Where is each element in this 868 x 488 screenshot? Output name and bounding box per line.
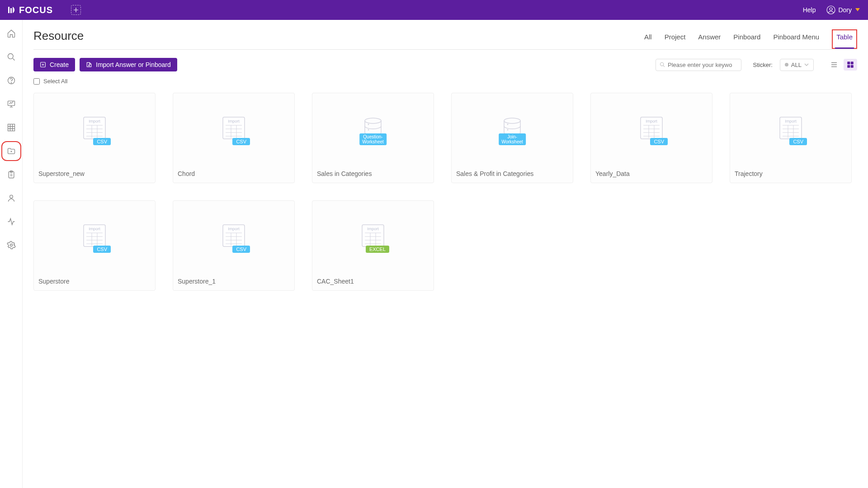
resource-thumbnail: Import CSV — [730, 93, 851, 165]
resource-name: Sales & Profit in Categories — [452, 165, 573, 183]
svg-point-38 — [504, 118, 520, 123]
sidebar-search-icon[interactable] — [6, 52, 17, 62]
resource-name: Trajectory — [730, 165, 851, 183]
page-head: Resource AllProjectAnswerPinboardPinboar… — [33, 29, 857, 50]
svg-rect-0 — [8, 7, 9, 13]
resource-card[interactable]: Import CSVSuperstore_1 — [173, 200, 295, 291]
top-header: FOCUS Help Dory — [0, 0, 868, 20]
list-view-button[interactable] — [827, 59, 841, 71]
sidebar-help-icon[interactable] — [6, 75, 17, 86]
sidebar-activity-icon[interactable] — [6, 216, 17, 227]
svg-text:Import: Import — [228, 119, 240, 123]
svg-text:Import: Import — [785, 119, 797, 123]
search-box[interactable] — [656, 59, 741, 71]
sidebar-home-icon[interactable] — [6, 28, 17, 39]
select-all-row: Select All — [33, 78, 857, 85]
tab-table[interactable]: Table — [832, 29, 857, 49]
create-button[interactable]: Create — [33, 58, 75, 71]
resource-card[interactable]: Join-WorksheetSales & Profit in Categori… — [451, 93, 573, 183]
resource-card[interactable]: Import CSVYearly_Data — [590, 93, 712, 183]
resource-thumbnail: Import CSV — [173, 93, 294, 165]
logo-icon — [7, 5, 16, 14]
svg-point-37 — [368, 129, 369, 131]
create-button-label: Create — [50, 61, 69, 68]
resource-thumbnail: Import EXCEL — [312, 201, 434, 272]
resource-card[interactable]: Import EXCELCAC_Sheet1 — [312, 200, 434, 291]
sticker-label: Sticker: — [753, 62, 773, 68]
select-all-label: Select All — [43, 78, 67, 85]
chevron-down-icon — [804, 62, 809, 67]
sticker-dot-icon — [785, 63, 788, 66]
tab-project[interactable]: Project — [665, 29, 686, 49]
svg-rect-8 — [8, 124, 14, 131]
sidebar-folder-icon[interactable] — [6, 146, 17, 156]
resource-card[interactable]: Import CSVSuperstore_new — [33, 93, 156, 183]
page-title: Resource — [33, 29, 84, 49]
sticker-select[interactable]: ALL — [780, 59, 814, 71]
user-name: Dory — [838, 6, 852, 14]
resource-card[interactable]: Import CSVTrajectory — [730, 93, 852, 183]
add-tab-button[interactable] — [71, 5, 81, 15]
resource-name: Sales in Categories — [312, 165, 434, 183]
svg-point-36 — [368, 124, 369, 125]
tab-pinboard[interactable]: Pinboard — [733, 29, 760, 49]
search-icon — [660, 62, 665, 68]
import-button-label: Import Answer or Pinboard — [96, 61, 171, 68]
resource-thumbnail: Import CSV — [173, 201, 294, 272]
search-input[interactable] — [668, 62, 737, 68]
sidebar-settings-icon[interactable] — [6, 240, 17, 251]
resource-name: Superstore_new — [34, 165, 155, 183]
svg-point-6 — [11, 83, 11, 83]
svg-text:Import: Import — [228, 227, 240, 231]
user-badge-icon — [854, 6, 861, 14]
svg-text:Import: Import — [89, 227, 100, 231]
resource-name: Chord — [173, 165, 294, 183]
resource-grid: Import CSVSuperstore_new Import CSVChord… — [33, 93, 857, 291]
tabs: AllProjectAnswerPinboardPinboard MenuTab… — [644, 29, 857, 49]
svg-rect-1 — [10, 8, 12, 13]
resource-thumbnail: Import CSV — [591, 93, 712, 165]
import-button[interactable]: Import Answer or Pinboard — [80, 58, 177, 71]
logo[interactable]: FOCUS — [7, 5, 53, 15]
sidebar-user-icon[interactable] — [6, 193, 17, 204]
select-all-checkbox[interactable] — [33, 78, 40, 85]
tab-answer[interactable]: Answer — [698, 29, 721, 49]
sidebar-presentation-icon[interactable] — [6, 99, 17, 109]
svg-rect-16 — [851, 62, 854, 64]
svg-text:Import: Import — [89, 119, 100, 123]
resource-thumbnail: Import CSV — [34, 93, 155, 165]
toolbar: Create Import Answer or Pinboard Sticker… — [33, 58, 857, 71]
svg-point-3 — [830, 8, 832, 10]
sidebar-grid-icon[interactable] — [6, 122, 17, 133]
grid-view-button[interactable] — [844, 59, 857, 71]
svg-point-40 — [507, 129, 509, 131]
svg-point-4 — [8, 54, 13, 59]
user-menu[interactable]: Dory — [826, 5, 861, 14]
resource-card[interactable]: Import CSVSuperstore — [33, 200, 156, 291]
main-content: Resource AllProjectAnswerPinboardPinboar… — [23, 20, 868, 488]
user-avatar-icon — [826, 5, 835, 14]
help-link[interactable]: Help — [803, 6, 816, 14]
svg-text:Import: Import — [367, 227, 379, 231]
tab-pinboard-menu[interactable]: Pinboard Menu — [773, 29, 819, 49]
resource-name: Superstore_1 — [173, 272, 294, 290]
resource-card[interactable]: Import CSVChord — [173, 93, 295, 183]
svg-point-11 — [9, 195, 13, 198]
svg-point-39 — [507, 124, 509, 125]
resource-card[interactable]: Question-WorksheetSales in Categories — [312, 93, 434, 183]
resource-name: CAC_Sheet1 — [312, 272, 434, 290]
sidebar-clipboard-icon[interactable] — [6, 169, 17, 180]
logo-text: FOCUS — [19, 5, 53, 15]
svg-point-35 — [365, 118, 381, 123]
svg-point-12 — [10, 244, 12, 246]
tab-all[interactable]: All — [644, 29, 652, 49]
svg-text:Import: Import — [646, 119, 657, 123]
svg-rect-15 — [847, 62, 850, 64]
view-toggles — [827, 59, 857, 71]
resource-thumbnail: Import CSV — [34, 201, 155, 272]
resource-thumbnail: Question-Worksheet — [312, 93, 434, 165]
svg-rect-17 — [847, 65, 850, 68]
sticker-value: ALL — [791, 62, 802, 68]
svg-rect-18 — [851, 65, 854, 68]
resource-name: Yearly_Data — [591, 165, 712, 183]
